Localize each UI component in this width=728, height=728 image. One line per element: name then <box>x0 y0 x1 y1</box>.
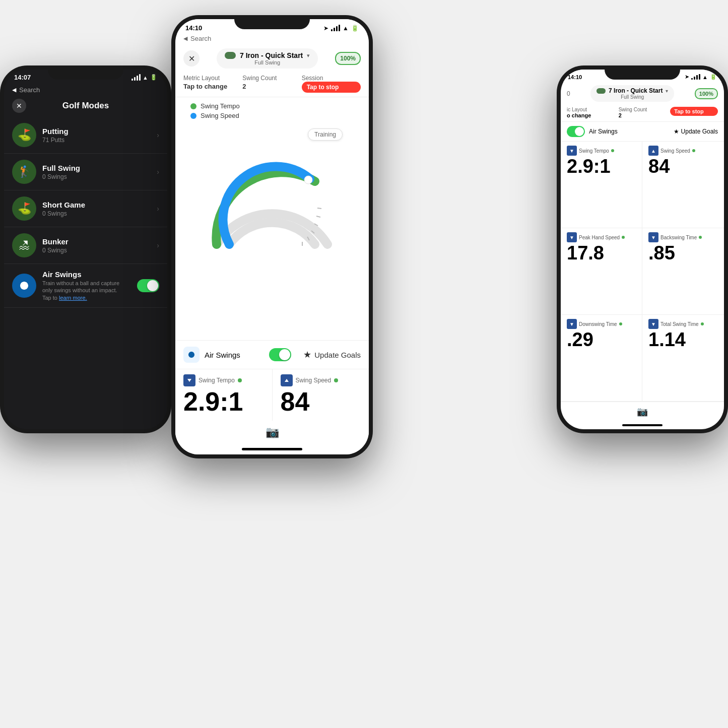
left-status-icons: ▲ 🔋 <box>131 74 157 81</box>
legend-swing-speed: Swing Speed <box>190 112 240 119</box>
swing-tempo-header: Swing Tempo <box>183 374 264 386</box>
right-camera-icon[interactable]: 📷 <box>637 406 648 417</box>
right-home-bar <box>622 424 663 426</box>
right-update-goals-label: Update Goals <box>681 128 718 135</box>
right-swing-speed-cell: ▲ Swing Speed 84 <box>642 142 724 228</box>
swing-speed-col: Swing Speed 84 <box>273 369 369 421</box>
right-total-swing-dot <box>701 322 704 325</box>
right-pill-row: 0 7 Iron - Quick Start ▾ Full Swing 100% <box>561 82 724 105</box>
center-header-sub: Full Swing <box>254 59 280 65</box>
right-layout-sub[interactable]: o change <box>567 112 615 118</box>
gauge-container: Swing Tempo Swing Speed Training <box>175 97 369 340</box>
right-update-goals-button[interactable]: ★ Update Goals <box>674 128 718 135</box>
center-back-arrow: ◀ <box>183 35 187 42</box>
left-search-bar: ◀ Search <box>4 83 167 97</box>
air-swings-toggle[interactable] <box>137 279 159 292</box>
left-phone: 14:07 ▲ 🔋 ◀ Search <box>0 65 171 433</box>
mode-item-putting[interactable]: ⛳ Putting 71 Putts › <box>4 117 167 154</box>
putting-icon: ⛳ <box>12 123 36 147</box>
swing-tempo-value: 2.9:1 <box>183 388 264 415</box>
full-swing-name: Full Swing <box>42 164 151 172</box>
club-icon <box>225 52 236 59</box>
air-swings-mode-icon <box>12 274 36 298</box>
session-label: Session <box>302 75 361 82</box>
short-game-icon: ⛳ <box>12 196 36 221</box>
right-total-swing-value: 1.14 <box>648 330 718 349</box>
right-back-text: 0 <box>567 90 570 97</box>
swing-count-col: Swing Count 2 <box>242 75 301 93</box>
right-session-btn[interactable]: Tap to stop <box>670 107 718 116</box>
right-backswing-cell: ▼ Backswing Time .85 <box>642 228 724 315</box>
air-swings-row: Air Swings ★ Update Goals <box>175 341 369 369</box>
right-metrics-row: ic Layout o change Swing Count 2 Tap to … <box>561 105 724 122</box>
right-air-swings-label: Air Swings <box>585 128 674 135</box>
svg-line-6 <box>317 208 321 209</box>
center-phone-notch <box>234 15 310 29</box>
short-game-text: Short Game 0 Swings <box>42 201 151 217</box>
right-downswing-cell: ▼ Downswing Time .29 <box>561 315 642 402</box>
air-swings-name: Air Swings <box>42 270 131 279</box>
air-swings-text: Air Swings Train without a ball and capt… <box>42 270 131 301</box>
center-title-pill[interactable]: 7 Iron - Quick Start ▾ Full Swing <box>217 48 318 69</box>
svg-line-5 <box>316 216 320 217</box>
speed-label: Swing Speed <box>201 112 239 119</box>
training-badge: Training <box>308 128 343 141</box>
center-pill-arrow: ▾ <box>307 52 310 59</box>
metric-layout-value[interactable]: Tap to change <box>183 83 242 90</box>
learn-more-link[interactable]: learn more. <box>59 295 87 301</box>
air-swings-toggle-center[interactable] <box>269 348 291 361</box>
putting-chevron: › <box>157 131 159 139</box>
right-swing-speed-header: ▲ Swing Speed <box>648 146 718 156</box>
right-session-col: Tap to stop <box>670 107 718 118</box>
metric-layout-col: Metric Layout Tap to change <box>183 75 242 93</box>
center-battery-pill: 100% <box>335 52 361 65</box>
right-backswing-value: .85 <box>648 243 718 262</box>
right-swing-count-value: 2 <box>619 112 667 118</box>
svg-marker-8 <box>285 379 289 382</box>
metric-layout-label: Metric Layout <box>183 75 242 82</box>
session-stop-button[interactable]: Tap to stop <box>302 82 361 93</box>
camera-icon[interactable]: 📷 <box>266 426 279 439</box>
right-phone: 14:10 ➤ ▲ 🔋 0 <box>557 65 728 433</box>
center-search-row: ◀ Search <box>175 34 369 45</box>
short-game-sub: 0 Swings <box>42 210 151 217</box>
right-swing-tempo-dot <box>611 149 614 152</box>
gauge-visual: Training <box>196 123 348 264</box>
short-game-chevron: › <box>157 205 159 213</box>
right-air-toggle[interactable] <box>567 126 585 137</box>
right-backswing-header: ▼ Backswing Time <box>648 232 718 242</box>
mode-item-bunker[interactable]: 🏖 Bunker 0 Swings › <box>4 227 167 264</box>
right-status-time: 14:10 <box>568 74 582 80</box>
right-home-indicator <box>561 421 724 429</box>
close-button[interactable]: ✕ <box>12 99 26 113</box>
mode-list: ⛳ Putting 71 Putts › 🏌 Full Swing 0 Swin… <box>4 117 167 308</box>
swing-speed-header: Swing Speed <box>281 374 361 386</box>
right-downswing-dot <box>619 322 622 325</box>
swing-speed-name: Swing Speed <box>296 377 332 384</box>
full-swing-text: Full Swing 0 Swings <box>42 164 151 180</box>
right-total-swing-name: Total Swing Time <box>660 321 699 327</box>
bunker-sub: 0 Swings <box>42 247 151 254</box>
right-swing-speed-name: Swing Speed <box>660 148 690 154</box>
putting-text: Putting 71 Putts <box>42 127 151 144</box>
svg-point-0 <box>304 176 312 184</box>
right-title-pill[interactable]: 7 Iron - Quick Start ▾ Full Swing <box>590 85 674 102</box>
right-club-icon <box>597 88 606 94</box>
air-swings-icon <box>183 347 200 363</box>
swing-speed-arrow-badge <box>281 374 293 386</box>
right-location-icon: ➤ <box>685 74 689 80</box>
update-goals-button[interactable]: ★ Update Goals <box>303 349 361 360</box>
full-swing-chevron: › <box>157 168 159 176</box>
right-downswing-name: Downswing Time <box>579 321 617 327</box>
mode-item-air-swings[interactable]: Air Swings Train without a ball and capt… <box>4 264 167 308</box>
speed-dot <box>190 113 196 119</box>
swing-tempo-dot <box>238 378 242 382</box>
mode-item-full-swing[interactable]: 🏌 Full Swing 0 Swings › <box>4 154 167 190</box>
mode-item-short-game[interactable]: ⛳ Short Game 0 Swings › <box>4 190 167 227</box>
right-layout-label: ic Layout <box>567 107 615 112</box>
center-signal <box>331 25 340 31</box>
left-title-bar: ✕ Golf Modes <box>4 97 167 117</box>
right-status-icons: ➤ ▲ 🔋 <box>685 74 717 80</box>
center-close-button[interactable]: ✕ <box>183 50 200 67</box>
putting-name: Putting <box>42 127 151 136</box>
